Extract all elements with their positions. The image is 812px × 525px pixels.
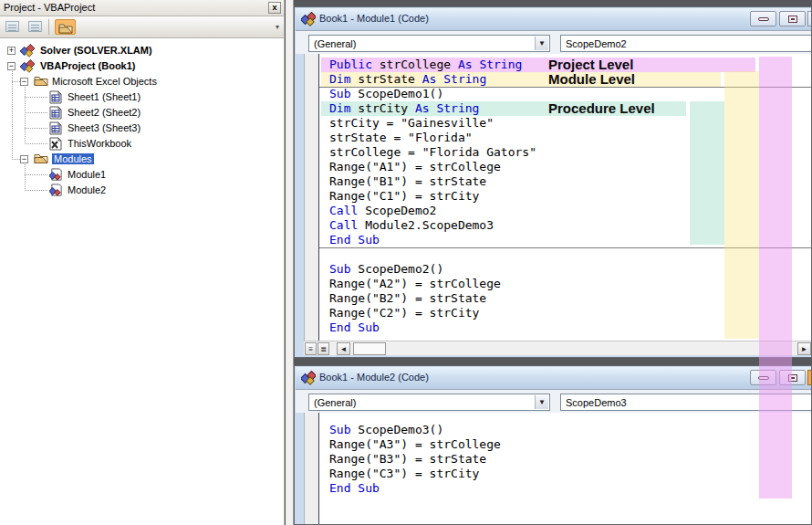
tree-item-label: Microsoft Excel Objects	[52, 76, 157, 87]
module1-combo-row: (General) ▼ ScopeDemo2	[296, 30, 811, 54]
object-dropdown[interactable]: (General) ▼	[308, 394, 550, 411]
worksheet-icon	[49, 90, 64, 103]
tree-item-label: Module1	[68, 169, 106, 180]
project-explorer-panel: Project - VBAProject x ▾ +Solver (SOLVER…	[0, 0, 285, 525]
project-explorer-toolbar: ▾	[0, 16, 284, 38]
tree-connector	[25, 190, 47, 191]
code-line: Dim strState As StringModule Level	[319, 72, 811, 87]
restore-button[interactable]	[779, 11, 806, 26]
view-object-icon	[28, 21, 42, 32]
procedure-dropdown[interactable]: ScopeDemo2	[560, 35, 811, 52]
close-icon[interactable]: x	[268, 2, 281, 14]
tree-item-sheet3-sheet3[interactable]: Sheet3 (Sheet3)	[0, 121, 284, 136]
expand-icon[interactable]: +	[7, 47, 16, 55]
tree-connector	[25, 174, 47, 175]
margin-indicator-bar[interactable]	[304, 54, 319, 341]
chevron-down-icon[interactable]: ▼	[535, 395, 548, 409]
tree-item-sheet1-sheet1[interactable]: Sheet1 (Sheet1)	[0, 89, 284, 105]
procedure-dropdown[interactable]: ScopeDemo3	[560, 394, 811, 411]
tree-item-sheet2-sheet2[interactable]: Sheet2 (Sheet2)	[0, 105, 284, 121]
close-button[interactable]	[807, 370, 811, 385]
code-line: Dim strCity As StringProcedure Level	[319, 101, 811, 116]
code-line: Range("A3") = strCollege	[319, 437, 811, 452]
toolbar-separator	[48, 19, 49, 35]
margin-indicator-bar[interactable]	[304, 413, 319, 524]
module-icon	[301, 371, 316, 385]
view-code-button[interactable]	[4, 19, 22, 35]
procedure-dropdown-value: ScopeDemo3	[566, 397, 627, 408]
chevron-down-icon[interactable]: ▼	[535, 37, 548, 50]
code-line	[319, 247, 811, 262]
code-line: Sub ScopeDemo3()	[319, 423, 811, 437]
code-line: Range("C2") = strCity	[319, 306, 811, 320]
tree-item-solver-solver-xlam[interactable]: +Solver (SOLVER.XLAM)	[0, 43, 284, 58]
procedure-view-button[interactable]: ≡	[305, 342, 317, 355]
worksheet-icon	[49, 106, 64, 119]
minimize-button[interactable]	[750, 11, 776, 26]
code-line: Range("A2") = strCollege	[319, 277, 811, 291]
tree-connector	[25, 87, 26, 144]
procedure-dropdown-value: ScopeDemo2	[566, 38, 627, 49]
code-line: Public strCollege As StringProject Level	[319, 58, 811, 72]
scope-annotation-label: Module Level	[548, 72, 635, 87]
scroll-right-icon[interactable]: ►	[797, 342, 811, 355]
object-dropdown[interactable]: (General) ▼	[308, 35, 550, 52]
module2-window-title: Book1 - Module2 (Code)	[319, 372, 429, 383]
module2-code-window: Book1 - Module2 (Code) (General) ▼ Scope…	[294, 365, 812, 525]
tree-item-label: Solver (SOLVER.XLAM)	[40, 45, 152, 56]
tree-item-vbaproject-book1[interactable]: −VBAProject (Book1)	[0, 58, 284, 74]
object-dropdown-value: (General)	[314, 38, 356, 49]
toggle-folders-button[interactable]	[55, 19, 76, 35]
scroll-left-icon[interactable]: ◄	[337, 342, 350, 355]
code-line: Range("B1") = strState	[319, 174, 811, 189]
tree-item-label: Modules	[52, 153, 94, 164]
minimize-button[interactable]	[750, 370, 776, 385]
worksheet-icon	[49, 121, 64, 134]
tree-item-label: Sheet3 (Sheet3)	[68, 122, 141, 133]
horizontal-scrollbar[interactable]: ≡ ≣ ◄ ►	[304, 341, 811, 355]
module2-code-editor[interactable]: Sub ScopeDemo3()Range("A3") = strCollege…	[319, 413, 811, 524]
tree-connector	[25, 112, 47, 113]
code-line: Call Module2.ScopeDemo3	[319, 218, 811, 233]
tree-connector	[12, 81, 20, 82]
tree-item-label: Sheet2 (Sheet2)	[68, 107, 141, 118]
module2-titlebar[interactable]: Book1 - Module2 (Code)	[296, 367, 811, 389]
tree-item-label: VBAProject (Book1)	[40, 60, 136, 71]
code-line: strCity = "Gainesville"	[319, 116, 811, 131]
module1-titlebar[interactable]: Book1 - Module1 (Code)	[296, 8, 811, 30]
object-dropdown-value: (General)	[314, 397, 356, 408]
tree-item-module2[interactable]: Module2	[0, 183, 284, 198]
close-button[interactable]	[807, 11, 811, 26]
view-object-button[interactable]	[26, 19, 45, 35]
code-line: End Sub	[319, 320, 811, 335]
toolbar-overflow-chevron-icon[interactable]: ▾	[273, 22, 282, 33]
tree-connector	[12, 159, 20, 160]
module-icon	[49, 184, 64, 196]
collapse-icon[interactable]: −	[20, 155, 28, 163]
tree-item-thisworkbook[interactable]: ThisWorkbook	[0, 136, 284, 152]
code-line: Sub ScopeDemo2()	[319, 262, 811, 277]
module-icon	[301, 12, 316, 26]
tree-item-microsoft-excel-objects[interactable]: −Microsoft Excel Objects	[0, 74, 284, 89]
full-module-view-button[interactable]: ≣	[318, 342, 329, 355]
collapse-icon[interactable]: −	[7, 62, 16, 70]
restore-icon	[788, 374, 797, 382]
collapse-icon[interactable]: −	[20, 78, 28, 86]
module1-code-editor[interactable]: Public strCollege As StringProject Level…	[319, 54, 811, 341]
folder-icon	[58, 23, 73, 34]
code-line: Range("A1") = strCollege	[319, 160, 811, 174]
code-line: Range("B3") = strState	[319, 452, 811, 467]
tree-item-module1[interactable]: Module1	[0, 167, 284, 183]
scrollbar-thumb[interactable]	[353, 342, 386, 355]
tree-item-modules[interactable]: −Modules	[0, 152, 284, 167]
module2-code-pane: Sub ScopeDemo3()Range("A3") = strCollege…	[304, 413, 811, 524]
restore-icon	[788, 16, 797, 23]
project-explorer-title: Project - VBAProject	[4, 2, 95, 13]
panel-splitter[interactable]	[286, 0, 294, 525]
project-tree: +Solver (SOLVER.XLAM)−VBAProject (Book1)…	[0, 38, 284, 525]
tree-item-label: ThisWorkbook	[68, 138, 131, 149]
project-explorer-titlebar[interactable]: Project - VBAProject x	[0, 0, 284, 16]
procedure-separator	[319, 87, 811, 88]
restore-button[interactable]	[779, 370, 806, 385]
tree-connector	[25, 143, 47, 144]
